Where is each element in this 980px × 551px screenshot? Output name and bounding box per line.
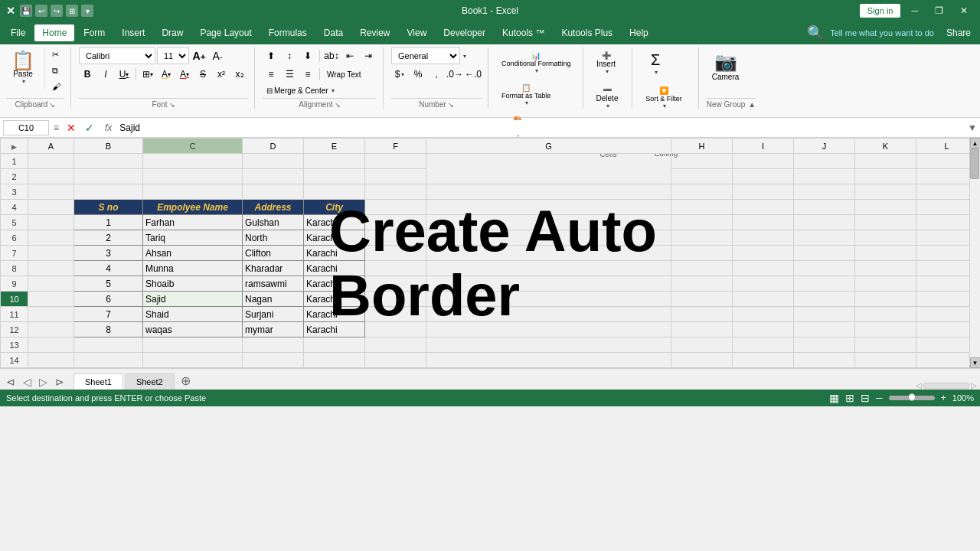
cell-K2[interactable] bbox=[855, 169, 916, 184]
search-icon[interactable]: 🔍 bbox=[807, 24, 824, 41]
cell-L2[interactable] bbox=[916, 169, 970, 184]
cell-G13[interactable] bbox=[426, 337, 671, 353]
cell-J12[interactable] bbox=[794, 322, 855, 337]
cell-C14[interactable] bbox=[143, 353, 243, 368]
cell-L5[interactable] bbox=[916, 215, 970, 230]
cell-H2[interactable] bbox=[671, 169, 733, 184]
menu-draw[interactable]: Draw bbox=[154, 24, 191, 41]
col-header-D[interactable]: D bbox=[243, 139, 304, 154]
wrap-text-button[interactable]: Wrap Text bbox=[323, 68, 365, 81]
cell-D14[interactable] bbox=[243, 353, 304, 368]
cell-C6[interactable]: Tariq bbox=[143, 230, 243, 246]
currency-button[interactable]: $▾ bbox=[391, 66, 408, 83]
cell-I7[interactable] bbox=[733, 246, 794, 261]
scroll-thumb[interactable] bbox=[970, 148, 979, 179]
cell-D13[interactable] bbox=[243, 337, 304, 353]
cell-L9[interactable] bbox=[916, 276, 970, 292]
h-scroll-left-button[interactable]: ◁ bbox=[916, 381, 922, 390]
col-header-B[interactable]: B bbox=[74, 139, 143, 154]
cell-J14[interactable] bbox=[794, 353, 855, 368]
alignment-expand-icon[interactable]: ↘ bbox=[335, 101, 341, 109]
cell-L12[interactable] bbox=[916, 322, 970, 337]
formula-cancel-button[interactable]: ✕ bbox=[64, 120, 79, 135]
font-expand-icon[interactable]: ↘ bbox=[169, 101, 175, 109]
cell-A11[interactable] bbox=[28, 307, 74, 322]
cell-H7[interactable] bbox=[671, 246, 733, 261]
cell-F9[interactable] bbox=[365, 276, 426, 292]
cell-reference-input[interactable]: C10 bbox=[3, 120, 49, 135]
cell-D8[interactable]: Kharadar bbox=[243, 261, 304, 276]
cell-K8[interactable] bbox=[855, 261, 916, 276]
cell-G7[interactable] bbox=[426, 246, 671, 261]
menu-kutools-plus[interactable]: Kutools Plus bbox=[554, 24, 620, 41]
share-button[interactable]: Share bbox=[940, 25, 977, 41]
format-painter-button[interactable]: 🖌 bbox=[48, 80, 64, 93]
scroll-down-button[interactable]: ▼ bbox=[970, 357, 981, 368]
cell-J9[interactable] bbox=[794, 276, 855, 292]
restore-button[interactable]: ❐ bbox=[929, 4, 949, 18]
col-header-J[interactable]: J bbox=[794, 139, 855, 154]
cell-D5[interactable]: Gulshan bbox=[243, 215, 304, 230]
cell-A2[interactable] bbox=[28, 169, 74, 184]
cell-E4[interactable]: City bbox=[304, 200, 365, 215]
menu-data[interactable]: Data bbox=[316, 24, 351, 41]
cell-L6[interactable] bbox=[916, 230, 970, 246]
cell-G12[interactable] bbox=[426, 322, 671, 337]
cell-J10[interactable] bbox=[794, 292, 855, 307]
menu-page-layout[interactable]: Page Layout bbox=[192, 24, 259, 41]
increase-decimal-button[interactable]: .0→ bbox=[446, 66, 463, 83]
cell-K3[interactable] bbox=[855, 184, 916, 200]
view-page-layout-icon[interactable]: ⊞ bbox=[845, 392, 854, 404]
sheet-tab-sheet1[interactable]: Sheet1 bbox=[74, 373, 123, 390]
cell-C1[interactable] bbox=[143, 154, 243, 169]
number-dropdown-icon[interactable]: ▾ bbox=[463, 53, 466, 60]
cell-D12[interactable]: mymar bbox=[243, 322, 304, 337]
cell-C3[interactable] bbox=[143, 184, 243, 200]
menu-file[interactable]: File bbox=[3, 24, 33, 41]
zoom-in-button[interactable]: + bbox=[941, 393, 946, 403]
menu-help[interactable]: Help bbox=[622, 24, 656, 41]
cell-K1[interactable] bbox=[855, 154, 916, 169]
conditional-formatting-button[interactable]: 📊 Conditional Formatting ▾ bbox=[496, 47, 577, 78]
cell-K11[interactable] bbox=[855, 307, 916, 322]
row-num-10[interactable]: 10 bbox=[1, 292, 28, 307]
cell-F8[interactable] bbox=[365, 261, 426, 276]
cell-B10[interactable]: 6 bbox=[74, 292, 143, 307]
customize-arrow-icon[interactable]: ▾ bbox=[81, 5, 93, 17]
cell-G1[interactable] bbox=[426, 154, 671, 184]
view-normal-icon[interactable]: ▦ bbox=[829, 392, 839, 404]
align-center-button[interactable]: ☰ bbox=[281, 66, 298, 83]
cell-A5[interactable] bbox=[28, 215, 74, 230]
cell-L13[interactable] bbox=[916, 337, 970, 353]
cell-D11[interactable]: Surjani bbox=[243, 307, 304, 322]
cell-H13[interactable] bbox=[671, 337, 733, 353]
cell-I1[interactable] bbox=[733, 154, 794, 169]
close-button[interactable]: ✕ bbox=[954, 4, 974, 18]
col-header-I[interactable]: I bbox=[733, 139, 794, 154]
cell-J11[interactable] bbox=[794, 307, 855, 322]
cell-C12[interactable]: waqas bbox=[143, 322, 243, 337]
cell-G6[interactable] bbox=[426, 230, 671, 246]
cell-A12[interactable] bbox=[28, 322, 74, 337]
zoom-slider-thumb[interactable] bbox=[908, 393, 916, 401]
cell-C10[interactable]: Sajid bbox=[143, 292, 243, 307]
row-num-2[interactable]: 2 bbox=[1, 169, 28, 184]
h-scroll-right-button[interactable]: ▷ bbox=[971, 381, 977, 390]
undo-icon[interactable]: ↩ bbox=[35, 5, 47, 17]
col-header-F[interactable]: F bbox=[365, 139, 426, 154]
italic-button[interactable]: I bbox=[97, 66, 114, 83]
col-header-E[interactable]: E bbox=[304, 139, 365, 154]
cell-F14[interactable] bbox=[365, 353, 426, 368]
cell-K9[interactable] bbox=[855, 276, 916, 292]
cell-I13[interactable] bbox=[733, 337, 794, 353]
decrease-font-button[interactable]: A- bbox=[209, 47, 226, 64]
camera-button[interactable]: 📷 Camera bbox=[707, 47, 745, 85]
cell-K7[interactable] bbox=[855, 246, 916, 261]
vertical-scrollbar[interactable]: ▲ ▼ bbox=[969, 138, 980, 368]
row-num-9[interactable]: 9 bbox=[1, 276, 28, 292]
merge-center-button[interactable]: ⊟ Merge & Center ▾ bbox=[263, 84, 338, 97]
prev-sheet-button[interactable]: ◁ bbox=[20, 374, 34, 390]
col-header-K[interactable]: K bbox=[855, 139, 916, 154]
sum-button[interactable]: Σ ▾ bbox=[640, 47, 671, 80]
menu-home[interactable]: Home bbox=[34, 24, 74, 41]
